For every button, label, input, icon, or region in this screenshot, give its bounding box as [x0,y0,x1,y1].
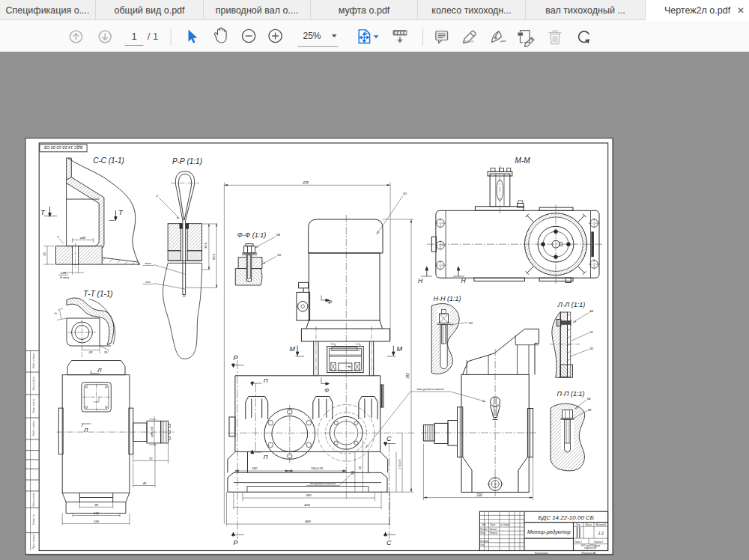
svg-text:30.5: 30.5 [204,242,207,249]
svg-text:ø80: ø80 [80,236,86,240]
svg-text:4 отв: 4 отв [60,276,70,279]
svg-text:Т-Т (1-1): Т-Т (1-1) [83,290,112,298]
svg-text:П: П [264,377,268,384]
svg-text:186: 186 [94,520,100,523]
svg-text:Лист 1: Лист 1 [574,541,582,544]
svg-text:ø45 m6: ø45 m6 [150,426,154,437]
svg-text:М: М [290,345,296,353]
svg-text:28: 28 [88,350,93,354]
svg-text:70: 70 [149,457,153,460]
svg-text:60: 60 [469,321,473,325]
svg-text:142: 142 [94,511,100,515]
svg-text:М-М: М-М [515,156,531,165]
svg-text:Пров.: Пров. [480,532,486,535]
svg-text:31: 31 [589,330,593,334]
svg-text:Петров: Петров [490,532,498,535]
svg-text:Иванов: Иванов [490,528,497,531]
svg-text:Масса: Масса [586,523,592,526]
svg-text:Н-Н (1:1): Н-Н (1:1) [433,295,461,302]
svg-text:№ докум.: № докум. [500,523,510,526]
svg-text:330: 330 [476,493,482,497]
svg-text:392: 392 [406,373,410,379]
svg-text:176±0.5: 176±0.5 [398,460,401,469]
svg-text:Н.контр.: Н.контр. [480,540,489,543]
svg-text:Изм: Изм [482,523,486,526]
svg-text:Л: Л [97,367,102,374]
svg-text:Формат А1: Формат А1 [581,552,596,555]
svg-text:Справ. №: Справ. № [32,514,35,525]
svg-text:Ф-Ф (1:1): Ф-Ф (1:1) [237,231,266,239]
svg-text:468: 468 [305,520,311,523]
svg-text:Утв.: Утв. [480,544,485,547]
svg-text:П: П [264,454,268,460]
svg-text:П-П (1:1): П-П (1:1) [557,390,584,398]
svg-text:Инв.№ дубл.: Инв.№ дубл. [32,377,35,391]
svg-text:Лист: Лист [489,523,496,526]
svg-text:тах уровень масла: тах уровень масла [416,387,444,391]
svg-text:54: 54 [587,397,591,401]
svg-text:ø15: ø15 [61,271,67,275]
svg-text:Подп. и дата: Подп. и дата [32,421,35,436]
svg-text:Разраб.: Разраб. [480,528,488,531]
svg-text:Л: Л [83,427,88,433]
svg-text:М: М [397,345,403,353]
svg-text:БДС 14.22-10.00 СБ: БДС 14.22-10.00 СБ [43,145,82,150]
svg-text:Копировал: Копировал [535,552,548,555]
svg-text:Взам. инв.№: Взам. инв.№ [32,398,35,413]
svg-text:44: 44 [589,309,593,313]
svg-text:1:2: 1:2 [598,531,604,535]
svg-text:69: 69 [359,466,362,469]
svg-text:98: 98 [94,503,98,507]
svg-text:30: 30 [43,252,46,256]
svg-text:45: 45 [143,481,147,485]
svg-text:Подп. и дата: Подп. и дата [32,353,35,368]
svg-text:48: 48 [588,408,592,412]
svg-text:Н: Н [461,277,467,284]
svg-text:Листов 1: Листов 1 [593,541,604,544]
svg-text:С: С [386,435,392,442]
svg-text:Перв. примен.: Перв. примен. [32,533,35,549]
svg-text:Н: Н [418,277,423,284]
svg-text:380: 380 [306,493,312,497]
svg-text:Ф: Ф [324,387,330,394]
svg-text:Р-Р (1:1): Р-Р (1:1) [172,157,202,165]
svg-text:БДС 14.22-10.00 СБ: БДС 14.22-10.00 СБ [539,514,595,521]
svg-text:160: 160 [252,466,258,470]
svg-text:1: 1 [131,31,136,42]
svg-text:/ 1: / 1 [148,31,158,42]
svg-text:15°: 15° [104,350,109,354]
svg-text:61: 61 [403,192,407,195]
svg-text:160±0.08: 160±0.08 [311,467,324,470]
svg-text:424: 424 [304,503,310,507]
svg-text:25%: 25% [303,31,321,41]
svg-text:Масштаб: Масштаб [596,523,606,526]
svg-text:С-С (1-1): С-С (1-1) [93,156,124,165]
svg-text:тл уровень масла: тл уровень масла [310,481,336,485]
svg-text:Инв.№ подл.: Инв.№ подл. [32,492,35,506]
svg-text:Л-Л (1:1): Л-Л (1:1) [557,301,585,308]
svg-text:Р: Р [234,354,238,362]
svg-text:Лит.: Лит. [575,523,581,526]
svg-text:С: С [386,539,392,547]
svg-text:30: 30 [589,347,593,350]
svg-text:63: 63 [277,253,281,257]
svg-text:96.5: 96.5 [212,253,216,260]
svg-text:478: 478 [303,181,309,185]
svg-text:min: min [145,280,151,284]
svg-text:64: 64 [276,233,280,237]
svg-text:max: max [145,261,151,265]
svg-text:Р: Р [234,539,238,547]
svg-text:Мотор-редуктор: Мотор-редуктор [527,529,571,535]
